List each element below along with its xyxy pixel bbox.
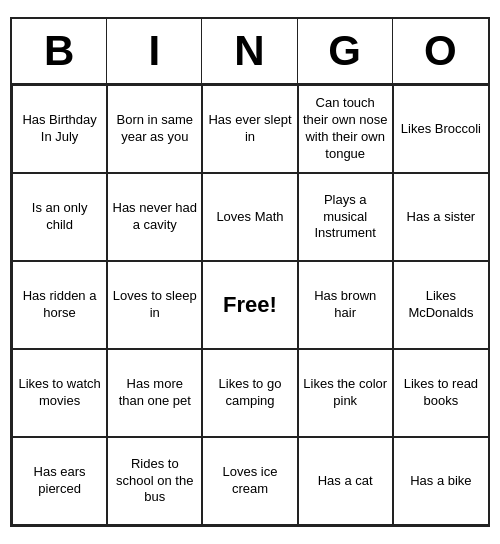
bingo-cell-14[interactable]: Likes McDonalds (393, 261, 488, 349)
bingo-cell-15[interactable]: Likes to watch movies (12, 349, 107, 437)
bingo-cell-19[interactable]: Likes to read books (393, 349, 488, 437)
bingo-cell-22[interactable]: Loves ice cream (202, 437, 297, 525)
bingo-cell-3[interactable]: Can touch their own nose with their own … (298, 85, 393, 173)
bingo-cell-4[interactable]: Likes Broccoli (393, 85, 488, 173)
bingo-letter-o: O (393, 19, 488, 83)
bingo-cell-0[interactable]: Has Birthday In July (12, 85, 107, 173)
bingo-cell-18[interactable]: Likes the color pink (298, 349, 393, 437)
bingo-header: BINGO (12, 19, 488, 85)
bingo-cell-12[interactable]: Free! (202, 261, 297, 349)
bingo-letter-b: B (12, 19, 107, 83)
bingo-letter-g: G (298, 19, 393, 83)
bingo-cell-9[interactable]: Has a sister (393, 173, 488, 261)
bingo-cell-20[interactable]: Has ears pierced (12, 437, 107, 525)
bingo-cell-13[interactable]: Has brown hair (298, 261, 393, 349)
bingo-grid: Has Birthday In JulyBorn in same year as… (12, 85, 488, 525)
bingo-cell-6[interactable]: Has never had a cavity (107, 173, 202, 261)
bingo-cell-21[interactable]: Rides to school on the bus (107, 437, 202, 525)
bingo-cell-7[interactable]: Loves Math (202, 173, 297, 261)
bingo-cell-17[interactable]: Likes to go camping (202, 349, 297, 437)
bingo-cell-5[interactable]: Is an only child (12, 173, 107, 261)
bingo-cell-8[interactable]: Plays a musical Instrument (298, 173, 393, 261)
bingo-letter-n: N (202, 19, 297, 83)
bingo-cell-23[interactable]: Has a cat (298, 437, 393, 525)
bingo-letter-i: I (107, 19, 202, 83)
bingo-cell-10[interactable]: Has ridden a horse (12, 261, 107, 349)
bingo-cell-16[interactable]: Has more than one pet (107, 349, 202, 437)
bingo-cell-2[interactable]: Has ever slept in (202, 85, 297, 173)
bingo-cell-11[interactable]: Loves to sleep in (107, 261, 202, 349)
bingo-cell-24[interactable]: Has a bike (393, 437, 488, 525)
bingo-cell-1[interactable]: Born in same year as you (107, 85, 202, 173)
bingo-card: BINGO Has Birthday In JulyBorn in same y… (10, 17, 490, 527)
